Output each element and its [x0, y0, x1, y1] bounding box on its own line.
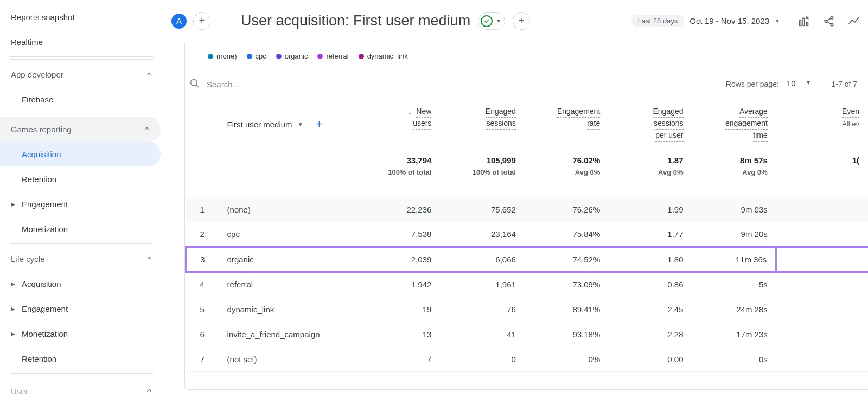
- svg-line-10: [196, 85, 199, 87]
- sidebar-item[interactable]: Reports snapshot: [0, 4, 163, 29]
- legend-dot-icon: [317, 54, 323, 59]
- sidebar-item[interactable]: Games reporting: [0, 117, 161, 142]
- svg-rect-1: [803, 18, 805, 25]
- legend-item[interactable]: organic: [276, 52, 308, 60]
- search-input[interactable]: [206, 79, 726, 89]
- add-comparison-button[interactable]: +: [513, 12, 530, 30]
- insights-button[interactable]: [847, 15, 860, 28]
- sidebar-item[interactable]: ▶Acquisition: [0, 271, 163, 296]
- total-value: 8m 57s: [701, 156, 768, 165]
- column-header[interactable]: Engagedsessionsper user: [617, 106, 683, 142]
- data-table: First user medium ▼ + ↓NewusersEngagedse…: [185, 98, 868, 372]
- total-value: 1.87: [617, 156, 683, 165]
- svg-line-8: [827, 21, 831, 24]
- legend-dot-icon: [276, 54, 282, 59]
- status-badge[interactable]: ▼: [478, 12, 505, 30]
- column-header[interactable]: Engagementrate: [533, 106, 600, 130]
- table-row[interactable]: 5dynamic_link197689.41%2.4524m 28s: [186, 297, 869, 322]
- legend-item[interactable]: (none): [208, 52, 237, 60]
- column-header[interactable]: Averageengagementtime: [701, 106, 768, 142]
- sort-desc-icon: ↓: [408, 106, 412, 118]
- sidebar-item[interactable]: ▶Engagement: [0, 191, 163, 216]
- svg-point-9: [191, 79, 197, 86]
- date-range-picker[interactable]: Last 28 days Oct 19 - Nov 15, 2023 ▼: [630, 14, 786, 28]
- sidebar-item[interactable]: App developer: [0, 62, 163, 87]
- chart-legend: (none)cpcorganicreferraldynamic_link: [185, 52, 868, 70]
- sidebar-item[interactable]: ▶Acquisition: [0, 142, 161, 166]
- rows-per-page[interactable]: Rows per page: 10: [726, 79, 811, 89]
- chevron-up-icon: [143, 125, 151, 134]
- column-header[interactable]: ↓Newusers: [365, 106, 432, 130]
- total-value: 1(: [785, 156, 859, 165]
- sidebar-item[interactable]: ▶Monetization: [0, 321, 163, 346]
- pagination-info: 1-7 of 7: [832, 80, 857, 88]
- sidebar: Reports snapshotRealtimeApp developer▶Fi…: [0, 0, 163, 404]
- sidebar-item[interactable]: ▶Retention: [0, 166, 163, 191]
- legend-dot-icon: [359, 54, 364, 59]
- chevron-down-icon: ▼: [298, 121, 303, 127]
- sidebar-item[interactable]: User: [0, 379, 163, 403]
- add-dimension-button[interactable]: +: [316, 118, 323, 131]
- svg-point-3: [807, 17, 808, 18]
- svg-line-7: [827, 18, 831, 21]
- table-row[interactable]: 2cpc7,53823,16475.84%1.779m 20s: [186, 222, 869, 247]
- column-header[interactable]: EvenAll ev: [785, 106, 859, 130]
- sidebar-item[interactable]: ▶Engagement: [0, 296, 163, 321]
- legend-item[interactable]: referral: [317, 52, 348, 60]
- sidebar-item[interactable]: Realtime: [0, 29, 163, 54]
- chevron-up-icon: [145, 254, 153, 264]
- legend-dot-icon: [208, 54, 213, 59]
- topbar: A + User acquisition: First user medium …: [163, 0, 868, 42]
- chevron-up-icon: [145, 70, 153, 79]
- chevron-up-icon: [145, 387, 153, 396]
- total-value: 33,794: [365, 156, 432, 165]
- sidebar-item[interactable]: ▶Retention: [0, 346, 163, 371]
- chevron-down-icon: ▼: [496, 18, 501, 24]
- total-value: 76.02%: [533, 156, 600, 165]
- table-row[interactable]: 6invite_a_friend_campaign134193.18%2.281…: [186, 322, 869, 347]
- page-title: User acquisition: First user medium: [241, 12, 470, 29]
- sidebar-item[interactable]: ▶Firebase: [0, 87, 163, 112]
- svg-rect-2: [807, 22, 808, 25]
- legend-dot-icon: [247, 54, 252, 59]
- table-row[interactable]: 4referral1,9421,96173.09%0.865s: [186, 272, 869, 297]
- table-row[interactable]: 7(not set)700%0.000s: [186, 347, 869, 371]
- report-card: (none)cpcorganicreferraldynamic_link Row…: [184, 42, 868, 390]
- table-toolbar: Rows per page: 10 1-7 of 7: [185, 70, 868, 98]
- check-icon: [481, 15, 493, 27]
- avatar[interactable]: A: [171, 14, 187, 29]
- total-value: 105,999: [449, 156, 516, 165]
- column-header[interactable]: Engagedsessions: [449, 106, 516, 130]
- legend-item[interactable]: dynamic_link: [359, 52, 408, 60]
- svg-rect-0: [800, 21, 801, 25]
- add-segment-button[interactable]: +: [193, 12, 210, 30]
- chevron-down-icon: ▼: [775, 18, 780, 24]
- dimension-picker[interactable]: First user medium ▼ +: [227, 106, 347, 143]
- customize-report-button[interactable]: [797, 15, 810, 28]
- share-button[interactable]: [822, 15, 835, 28]
- table-row[interactable]: 3organic2,0396,06674.52%1.8011m 36s: [186, 247, 869, 272]
- search-icon: [189, 78, 200, 91]
- sidebar-item[interactable]: ▶Monetization: [0, 216, 163, 241]
- sidebar-item[interactable]: Life cycle: [0, 246, 163, 271]
- legend-item[interactable]: cpc: [247, 52, 266, 60]
- table-row[interactable]: 1(none)22,23675,65276.26%1.999m 03s: [186, 197, 869, 222]
